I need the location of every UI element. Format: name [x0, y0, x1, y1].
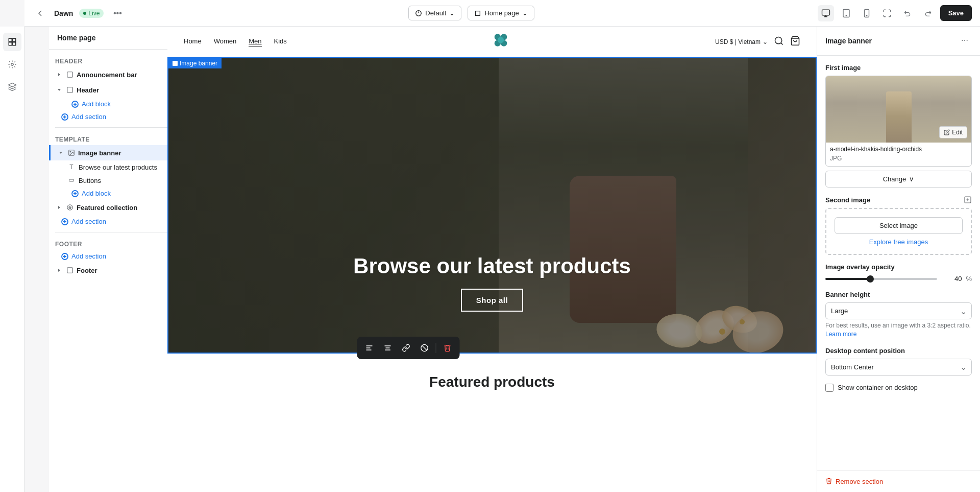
components-tool[interactable]	[3, 78, 21, 96]
buttons-icon	[67, 176, 76, 184]
image-preview-box: Edit a-model-in-khakis-holding-orchids J…	[825, 76, 972, 167]
svg-point-5	[866, 15, 867, 16]
svg-rect-8	[9, 42, 12, 45]
mobile-device-button[interactable]	[859, 5, 875, 21]
opacity-slider[interactable]	[825, 278, 937, 280]
toolbar-link[interactable]	[398, 340, 414, 356]
toolbar-divider	[436, 343, 436, 353]
image-banner-label: Image banner	[168, 58, 222, 68]
overlay-opacity-label: Image overlay opacity	[825, 263, 972, 271]
first-image-label: First image	[825, 64, 972, 72]
opacity-row: 40 %	[825, 275, 972, 283]
svg-point-16	[70, 151, 71, 152]
svg-rect-12	[67, 87, 73, 93]
banner-title: Browse our latest products	[168, 254, 816, 278]
banner-height-label: Banner height	[825, 291, 972, 298]
banner-height-group: Banner height Small Medium Large Adapt t…	[825, 291, 972, 339]
preview-nav: Home Women Men Kids	[167, 27, 817, 57]
banner-height-help: For best results, use an image with a 3:…	[825, 321, 972, 339]
page-selector[interactable]: Home page ⌄	[468, 6, 534, 20]
divider-2	[55, 232, 185, 232]
featured-title: Featured products	[184, 374, 800, 390]
overlay-opacity-group: Image overlay opacity 40 %	[825, 263, 972, 283]
svg-point-19	[67, 205, 73, 210]
edit-overlay-button[interactable]: Edit	[939, 126, 967, 138]
explore-free-images-link[interactable]: Explore free images	[869, 238, 928, 246]
sections-tool[interactable]	[3, 33, 21, 51]
toolbar-align-center[interactable]	[380, 340, 396, 356]
right-panel-more-button[interactable]	[958, 34, 972, 48]
svg-rect-1	[822, 10, 829, 15]
nav-link-home[interactable]: Home	[184, 37, 202, 46]
svg-point-28	[775, 37, 782, 44]
fullscreen-button[interactable]	[879, 5, 895, 21]
right-panel: Image banner First image Edit	[817, 27, 980, 492]
change-image-button[interactable]: Change ∨	[825, 171, 972, 188]
svg-rect-17	[69, 179, 74, 181]
nav-link-kids[interactable]: Kids	[274, 37, 287, 46]
image-banner-expand-icon[interactable]	[57, 149, 65, 157]
select-image-button[interactable]: Select image	[835, 217, 963, 234]
canvas-toolbar	[357, 337, 460, 359]
toolbar-align-left[interactable]	[361, 340, 378, 356]
banner-content: Browse our latest products Shop all	[168, 254, 816, 312]
nav-link-men[interactable]: Men	[249, 37, 261, 46]
banner-height-select[interactable]: Small Medium Large Adapt to first image	[825, 302, 972, 319]
svg-rect-30	[173, 61, 178, 66]
theme-selector[interactable]: Default ⌄	[408, 6, 461, 20]
footer-section-icon	[65, 266, 75, 275]
cart-button[interactable]	[790, 36, 800, 48]
toolbar-delete[interactable]	[439, 340, 456, 356]
svg-rect-7	[12, 38, 15, 41]
position-select[interactable]: Top Left Top Center Top Right Middle Lef…	[825, 359, 972, 376]
announcement-expand-icon[interactable]	[55, 71, 63, 79]
top-bar-right: Save	[818, 5, 972, 21]
toolbar-hide[interactable]	[416, 340, 433, 356]
second-image-label: Second image	[825, 196, 972, 204]
desktop-device-button[interactable]	[818, 5, 834, 21]
tablet-device-button[interactable]	[838, 5, 854, 21]
remove-section-button[interactable]: Remove section	[817, 471, 980, 492]
featured-expand-icon[interactable]	[55, 203, 63, 212]
tool-sidebar	[0, 27, 24, 492]
main-canvas: Home Women Men Kids	[167, 27, 817, 492]
header-expand-icon[interactable]	[55, 86, 63, 94]
second-image-group: Second image Select image Explore free i…	[825, 196, 972, 255]
svg-point-32	[962, 40, 963, 41]
more-options-button[interactable]: •••	[110, 6, 125, 21]
undo-button[interactable]	[899, 5, 916, 21]
settings-tool[interactable]	[3, 55, 21, 74]
opacity-value: 40	[941, 275, 962, 283]
redo-button[interactable]	[920, 5, 936, 21]
position-label: Desktop content position	[825, 347, 972, 355]
top-bar-center: Default ⌄ Home page ⌄	[408, 6, 534, 20]
show-container-row: Show container on desktop	[825, 384, 972, 392]
canvas-scroll[interactable]: Home Women Men Kids	[167, 27, 817, 492]
svg-point-27	[498, 37, 504, 43]
preview-nav-links: Home Women Men Kids	[184, 37, 287, 46]
featured-products-section: Featured products	[167, 354, 817, 411]
svg-rect-9	[12, 42, 15, 45]
first-image-group: First image Edit a-model-in-khakis-holdi…	[825, 64, 972, 188]
announcement-section-icon	[65, 70, 75, 79]
canvas-inner: Home Women Men Kids	[167, 27, 817, 492]
image-banner-section[interactable]: Image banner	[167, 57, 817, 354]
footer-expand-icon[interactable]	[55, 266, 63, 274]
currency-selector[interactable]: USD $ | Vietnam ⌄	[715, 38, 768, 45]
save-button[interactable]: Save	[940, 5, 972, 21]
slider-thumb[interactable]	[867, 275, 874, 283]
header-section-icon	[65, 85, 75, 95]
search-button[interactable]	[774, 36, 784, 48]
preview-logo	[489, 31, 512, 53]
nav-link-women[interactable]: Women	[214, 37, 237, 46]
live-dot	[83, 12, 86, 15]
show-container-checkbox[interactable]	[825, 384, 834, 392]
learn-more-link[interactable]: Learn more	[825, 331, 856, 338]
shop-all-button[interactable]: Shop all	[461, 289, 523, 312]
back-button[interactable]	[33, 6, 48, 21]
featured-section-icon	[65, 203, 75, 212]
image-banner-section-icon	[67, 148, 76, 157]
show-container-label: Show container on desktop	[838, 384, 918, 391]
preview-nav-actions: USD $ | Vietnam ⌄	[715, 36, 800, 48]
divider-1	[55, 127, 185, 128]
